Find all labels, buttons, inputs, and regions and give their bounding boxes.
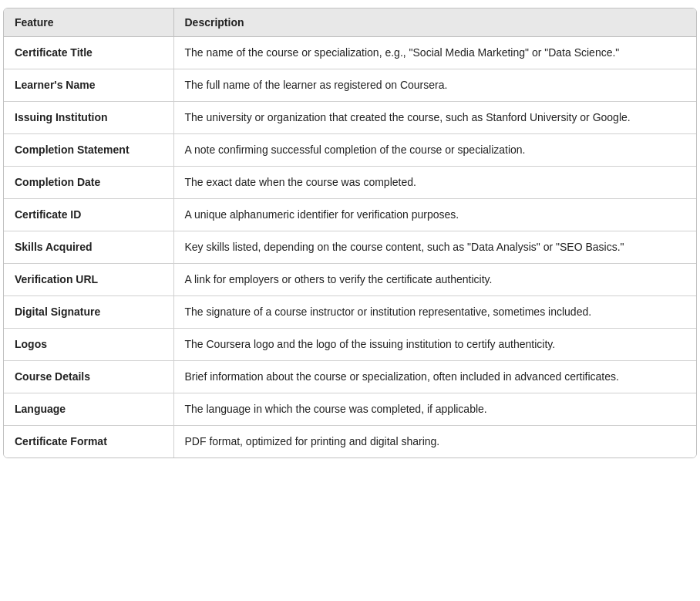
cell-feature: Verification URL	[4, 264, 173, 296]
cell-description: A unique alphanumeric identifier for ver…	[173, 199, 696, 231]
cell-description: The full name of the learner as register…	[173, 69, 696, 102]
table-row: Completion DateThe exact date when the c…	[4, 167, 696, 199]
features-table: Feature Description Certificate TitleThe…	[4, 8, 696, 458]
header-feature: Feature	[4, 8, 173, 37]
cell-description: The university or organization that crea…	[173, 102, 696, 134]
cell-description: A link for employers or others to verify…	[173, 264, 696, 296]
cell-feature: Language	[4, 393, 173, 426]
table-row: LanguageThe language in which the course…	[4, 393, 696, 426]
cell-feature: Skills Acquired	[4, 231, 173, 264]
cell-description: A note confirming successful completion …	[173, 134, 696, 167]
cell-feature: Learner's Name	[4, 69, 173, 102]
table-row: Completion StatementA note confirming su…	[4, 134, 696, 167]
cell-feature: Certificate Title	[4, 37, 173, 69]
cell-feature: Certificate Format	[4, 426, 173, 458]
cell-feature: Issuing Institution	[4, 102, 173, 134]
cell-feature: Course Details	[4, 361, 173, 393]
features-table-container: Feature Description Certificate TitleThe…	[3, 8, 697, 458]
cell-description: Key skills listed, depending on the cour…	[173, 231, 696, 264]
header-description: Description	[173, 8, 696, 37]
cell-description: The name of the course or specialization…	[173, 37, 696, 69]
table-header-row: Feature Description	[4, 8, 696, 37]
cell-feature: Completion Statement	[4, 134, 173, 167]
cell-description: The Coursera logo and the logo of the is…	[173, 329, 696, 361]
table-row: Certificate FormatPDF format, optimized …	[4, 426, 696, 458]
cell-feature: Digital Signature	[4, 296, 173, 329]
table-row: Certificate IDA unique alphanumeric iden…	[4, 199, 696, 231]
cell-description: PDF format, optimized for printing and d…	[173, 426, 696, 458]
table-row: Certificate TitleThe name of the course …	[4, 37, 696, 69]
table-row: Course DetailsBrief information about th…	[4, 361, 696, 393]
table-row: Learner's NameThe full name of the learn…	[4, 69, 696, 102]
cell-feature: Certificate ID	[4, 199, 173, 231]
table-row: Verification URLA link for employers or …	[4, 264, 696, 296]
cell-description: The exact date when the course was compl…	[173, 167, 696, 199]
cell-description: Brief information about the course or sp…	[173, 361, 696, 393]
cell-description: The signature of a course instructor or …	[173, 296, 696, 329]
table-row: LogosThe Coursera logo and the logo of t…	[4, 329, 696, 361]
cell-feature: Logos	[4, 329, 173, 361]
cell-feature: Completion Date	[4, 167, 173, 199]
cell-description: The language in which the course was com…	[173, 393, 696, 426]
table-row: Issuing InstitutionThe university or org…	[4, 102, 696, 134]
table-row: Digital SignatureThe signature of a cour…	[4, 296, 696, 329]
table-row: Skills AcquiredKey skills listed, depend…	[4, 231, 696, 264]
